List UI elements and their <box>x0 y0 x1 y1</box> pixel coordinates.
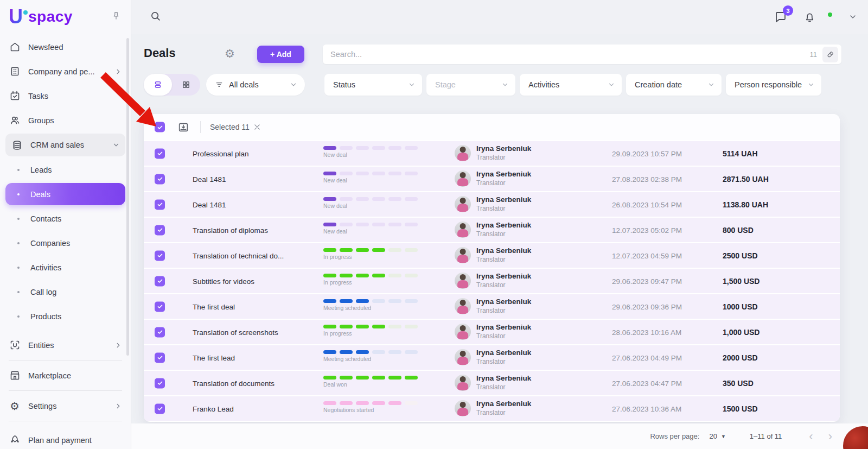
deal-name[interactable]: Translation of screenshots <box>193 328 278 336</box>
owner-name[interactable]: Iryna Serbeniuk <box>476 221 531 229</box>
deal-name[interactable]: Translation of technical do... <box>193 251 284 260</box>
owner-name[interactable]: Iryna Serbeniuk <box>476 323 531 331</box>
sidebar-item-call-log[interactable]: Call log <box>0 280 131 304</box>
deal-amount: 800 USD <box>723 226 754 235</box>
grid-view-button[interactable] <box>172 74 200 96</box>
sidebar-scrollbar[interactable] <box>126 38 129 356</box>
owner-name[interactable]: Iryna Serbeniuk <box>476 374 531 382</box>
owner-avatar <box>455 400 471 416</box>
owner-name[interactable]: Iryna Serbeniuk <box>476 144 531 153</box>
sidebar-item-label: Contacts <box>30 214 61 223</box>
filter-person-responsible-dropdown[interactable]: Person responsible <box>726 74 821 96</box>
previous-page-chevron-icon[interactable]: ‹ <box>807 431 815 442</box>
sidebar-item-entities[interactable]: Entities <box>0 333 131 357</box>
deal-name[interactable]: Deal 1481 <box>193 200 226 208</box>
row-checkbox[interactable] <box>155 148 165 159</box>
divider <box>9 360 122 361</box>
sidebar-item-deals[interactable]: Deals <box>5 183 125 205</box>
chevron-right-icon <box>114 68 122 75</box>
gear-icon: ⚙ <box>9 400 21 412</box>
select-all-checkbox[interactable] <box>155 122 165 132</box>
table-row[interactable]: Translation of technical do... In progre… <box>144 243 840 268</box>
deal-name[interactable]: Franko Lead <box>193 404 234 413</box>
stage-segments <box>323 350 418 354</box>
sidebar-item-groups[interactable]: Groups <box>0 108 131 132</box>
app-logo[interactable]: U spacy <box>9 5 73 28</box>
table-row[interactable]: Translation of diplomas New deal Iryna S… <box>144 218 840 242</box>
row-checkbox[interactable] <box>155 225 165 235</box>
sidebar-item-contacts[interactable]: Contacts <box>0 206 131 231</box>
deal-name[interactable]: Professional plan <box>193 149 249 157</box>
filter-stage-dropdown[interactable]: Stage <box>426 74 515 96</box>
table-row[interactable]: Translation of screenshots In progress I… <box>144 320 840 344</box>
saved-filter-dropdown[interactable]: All deals <box>206 74 305 96</box>
owner-name[interactable]: Iryna Serbeniuk <box>476 400 531 408</box>
sidebar-item-crm-and-sales[interactable]: CRM and sales <box>5 134 125 156</box>
owner-name[interactable]: Iryna Serbeniuk <box>476 298 531 306</box>
profile-chevron-down-icon[interactable] <box>848 12 857 21</box>
sidebar-item-companies[interactable]: Companies <box>0 231 131 255</box>
sidebar-item-newsfeed[interactable]: Newsfeed <box>0 35 131 59</box>
owner-name[interactable]: Iryna Serbeniuk <box>476 272 531 280</box>
table-row[interactable]: The first deal Meeting scheduled Iryna S… <box>144 294 840 319</box>
sidebar-item-activities[interactable]: Activities <box>0 255 131 280</box>
sidebar-item-plan-and-payment[interactable]: Plan and payment <box>0 428 131 449</box>
table-row[interactable]: Franko Lead Negotiations started Iryna S… <box>144 396 840 421</box>
sidebar-item-leads[interactable]: Leads <box>0 157 131 182</box>
filter-status-dropdown[interactable]: Status <box>324 74 422 96</box>
deal-name[interactable]: Subtitles for videos <box>193 277 254 285</box>
owner-name[interactable]: Iryna Serbeniuk <box>476 349 531 357</box>
creation-date: 12.07.2023 04:59 PM <box>612 251 682 260</box>
people-icon <box>9 115 21 127</box>
row-checkbox[interactable] <box>155 250 165 261</box>
row-checkbox[interactable] <box>155 301 165 312</box>
rows-per-page-select[interactable]: 20 ▼ <box>709 432 725 440</box>
add-deal-button[interactable]: + Add <box>257 46 304 63</box>
row-checkbox[interactable] <box>155 327 165 337</box>
sidebar-item-marketplace[interactable]: Marketplace <box>0 363 131 388</box>
search-icon[interactable] <box>150 10 162 22</box>
sidebar-item-tasks[interactable]: Tasks <box>0 84 131 108</box>
filter-creation-date-dropdown[interactable]: Creation date <box>626 74 722 96</box>
row-checkbox[interactable] <box>155 174 165 184</box>
owner-info: Iryna Serbeniuk Translator <box>476 195 531 212</box>
table-row[interactable]: The first lead Meeting scheduled Iryna S… <box>144 345 840 370</box>
table-row[interactable]: Subtitles for videos In progress Iryna S… <box>144 269 840 293</box>
table-row[interactable]: Deal 1481 New deal Iryna Serbeniuk Trans… <box>144 192 840 217</box>
deal-name[interactable]: Translation of diplomas <box>193 226 268 234</box>
deal-name[interactable]: The first lead <box>193 353 235 362</box>
search-input[interactable] <box>330 50 810 59</box>
clear-search-eraser-icon[interactable] <box>822 47 838 62</box>
deal-name[interactable]: Translation of documents <box>193 379 275 387</box>
deal-name[interactable]: Deal 1481 <box>193 175 226 183</box>
owner-name[interactable]: Iryna Serbeniuk <box>476 195 531 204</box>
export-download-icon[interactable] <box>177 121 189 133</box>
sidebar-item-company-and-people[interactable]: Company and pe... <box>0 59 131 84</box>
row-checkbox[interactable] <box>155 403 165 414</box>
clear-selection-close-icon[interactable] <box>253 123 261 131</box>
table-row[interactable]: Translation of documents Deal won Iryna … <box>144 371 840 395</box>
list-view-button[interactable] <box>144 74 172 96</box>
pin-sidebar-icon[interactable] <box>111 11 121 21</box>
row-checkbox[interactable] <box>155 199 165 210</box>
row-checkbox[interactable] <box>155 378 165 388</box>
deal-name[interactable]: The first deal <box>193 302 235 311</box>
row-checkbox[interactable] <box>155 276 165 286</box>
owner-name[interactable]: Iryna Serbeniuk <box>476 246 531 255</box>
rows-per-page-label: Rows per page: <box>650 432 699 440</box>
table-row[interactable]: Deal 1481 New deal Iryna Serbeniuk Trans… <box>144 167 840 191</box>
owner-role: Translator <box>476 230 531 238</box>
sidebar-item-settings[interactable]: ⚙ Settings <box>0 394 131 418</box>
next-page-chevron-icon[interactable]: › <box>826 431 834 442</box>
bell-icon[interactable] <box>803 11 816 23</box>
home-icon <box>9 41 21 53</box>
stage-progress: In progress <box>323 274 418 286</box>
owner-name[interactable]: Iryna Serbeniuk <box>476 170 531 178</box>
filter-activities-dropdown[interactable]: Activities <box>520 74 622 96</box>
row-checkbox[interactable] <box>155 352 165 363</box>
chevron-down-icon <box>112 141 120 149</box>
chat-icon[interactable]: 3 <box>774 10 787 23</box>
table-row[interactable]: Professional plan New deal Iryna Serbeni… <box>144 141 840 166</box>
sidebar-item-products[interactable]: Products <box>0 304 131 328</box>
deals-settings-gear-icon[interactable]: ⚙ <box>225 48 235 59</box>
